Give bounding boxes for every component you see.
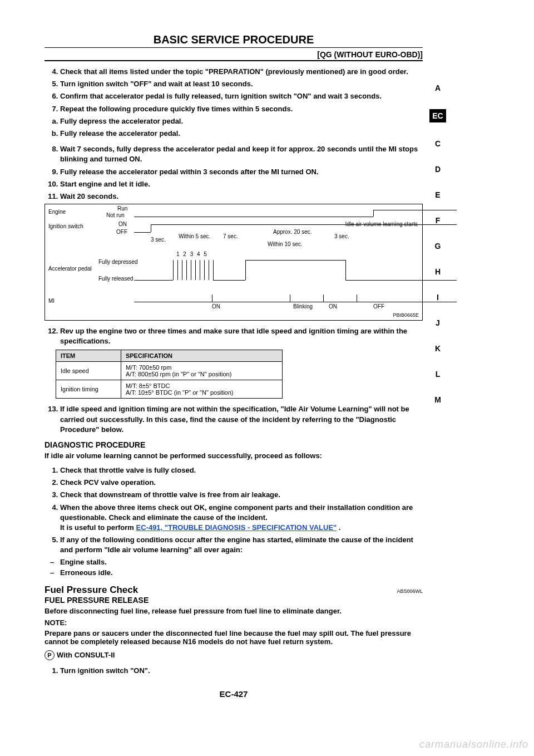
step-10: Start engine and let it idle. [60,179,423,189]
diag-3: Check that downstream of throttle valve … [60,490,423,500]
step-13: If idle speed and ignition timing are no… [60,404,423,435]
note-label: NOTE: [44,618,423,627]
diagnostic-head: DIAGNOSTIC PROCEDURE [44,440,423,449]
subtitle: [QG (WITHOUT EURO-OBD)] [44,50,423,61]
page-title: BASIC SERVICE PROCEDURE [44,33,423,46]
timing-diagram: Engine Run Not run Ignition switch ON OF… [44,204,423,321]
diag-mi-blink: Blinking [293,303,313,310]
step-5: Turn ignition switch "OFF" and wait at l… [60,79,423,89]
spec-h-item: ITEM [56,350,121,362]
consult-steps: Turn ignition switch "ON". [44,666,423,676]
sidebar-m: M [429,395,446,404]
sidebar-e: E [429,190,446,199]
step-9: Fully release the accelerator pedal with… [60,167,423,177]
diag-4c: . [337,523,340,532]
sidebar-c: C [429,139,446,148]
diag-on: ON [118,221,127,227]
diag-1: Check that throttle valve is fully close… [60,465,423,475]
procedure-list-13: If idle speed and ignition timing are no… [44,404,423,435]
diag-within10: Within 10 sec. [268,241,303,247]
diagnostic-intro: If idle air volume learning cannot be pe… [44,451,423,460]
spec-table: ITEM SPECIFICATION Idle speed M/T: 700±5… [56,350,283,399]
sidebar-a: A [429,84,446,92]
diagram-code: PBIB0665E [393,312,419,318]
diag-rel: Fully released [98,276,133,282]
diag-engine: Engine [48,209,66,215]
step-8: Wait 7 seconds, fully depress the accele… [60,144,423,164]
step-7: Repeat the following procedure quickly f… [60,104,423,114]
diag-off: OFF [116,229,127,235]
diag-notrun: Not run [106,212,125,218]
sidebar-l: L [429,370,446,379]
dash-stalls: Engine stalls. [60,558,423,566]
diag-approx20: Approx. 20 sec. [273,229,312,235]
diag-idle-starts: Idle air volume learning starts [345,221,418,227]
procedure-list: Check that all items listed under the to… [44,67,423,114]
step-4: Check that all items listed under the to… [60,67,423,77]
note-body: Prepare pans or saucers under the discon… [44,629,423,646]
diag-7sec: 7 sec. [223,233,238,239]
fuel-sub: FUEL PRESSURE RELEASE [44,596,423,605]
spec-ign-item: Ignition timing [56,380,121,399]
sidebar-ec: EC [429,109,446,122]
fuel-pressure-head: Fuel Pressure Check [44,585,138,596]
diag-mi: MI [48,298,55,304]
diag-5: If any of the following conditions occur… [60,535,423,555]
step-7a: Fully depress the accelerator pedal. [60,116,423,126]
sidebar-f: F [429,216,446,225]
substeps-ab: Fully depress the accelerator pedal. Ful… [44,116,423,139]
consult-step-1: Turn ignition switch "ON". [60,666,423,676]
page-number: EC-427 [44,689,423,699]
sidebar-g: G [429,242,446,251]
diag-counts: 1 2 3 4 5 [176,251,208,257]
diag-dash-list: Engine stalls. Erroneous idle. [44,558,423,577]
sidebar-i: I [429,293,446,302]
fuel-line1: Before disconnecting fuel line, release … [44,607,423,615]
step-12: Rev up the engine two or three times and… [60,326,423,346]
diag-4: When the above three items check out OK,… [60,503,423,533]
diag-4-link[interactable]: EC-491, "TROUBLE DIAGNOSIS - SPECIFICATI… [136,523,337,532]
spec-ign-spec: M/T: 8±5° BTDC A/T: 10±5° BTDC (in "P" o… [121,380,282,399]
step-11: Wait 20 seconds. [60,192,423,202]
step-6: Confirm that accelerator pedal is fully … [60,91,423,101]
diag-4a: When the above three items check out OK,… [60,503,413,522]
diag-ign: Ignition switch [48,223,83,229]
diag-4b: It is useful to perform [60,523,136,532]
diag-accel: Accelerator pedal [48,266,92,272]
diag-2: Check PCV valve operation. [60,478,423,488]
dash-erroneous: Erroneous idle. [60,568,423,577]
sidebar-h: H [429,267,446,276]
sidebar-k: K [429,344,446,353]
diag-3sec: 3 sec. [151,237,166,243]
section-index-sidebar: A EC C D E F G H I J K L M [429,67,446,421]
with-consult: PWith CONSULT-II [44,650,423,660]
procedure-list-cont: Wait 7 seconds, fully depress the accele… [44,144,423,202]
consult-icon: P [44,650,55,660]
spec-idle-item: Idle speed [56,362,121,380]
sidebar-j: J [429,318,446,327]
with-consult-label: With CONSULT-II [57,651,115,659]
procedure-list-12: Rev up the engine two or three times and… [44,326,423,346]
fuel-code: ABS006WL [397,588,423,594]
spec-h-spec: SPECIFICATION [121,350,282,362]
diag-list: Check that throttle valve is fully close… [44,465,423,556]
diag-dep: Fully depressed [98,259,138,265]
diag-mi-on: ON [212,303,220,310]
diag-mi-off: OFF [373,303,384,310]
step-7b: Fully release the accelerator pedal. [60,129,423,139]
diag-3sec2: 3 sec. [334,233,349,239]
sidebar-d: D [429,165,446,174]
spec-idle-spec: M/T: 700±50 rpm A/T: 800±50 rpm (in "P" … [121,362,282,380]
diag-run: Run [117,205,127,212]
diag-within5: Within 5 sec. [179,233,210,239]
diag-mi-on2: ON [329,303,337,310]
title-rule [44,47,423,48]
